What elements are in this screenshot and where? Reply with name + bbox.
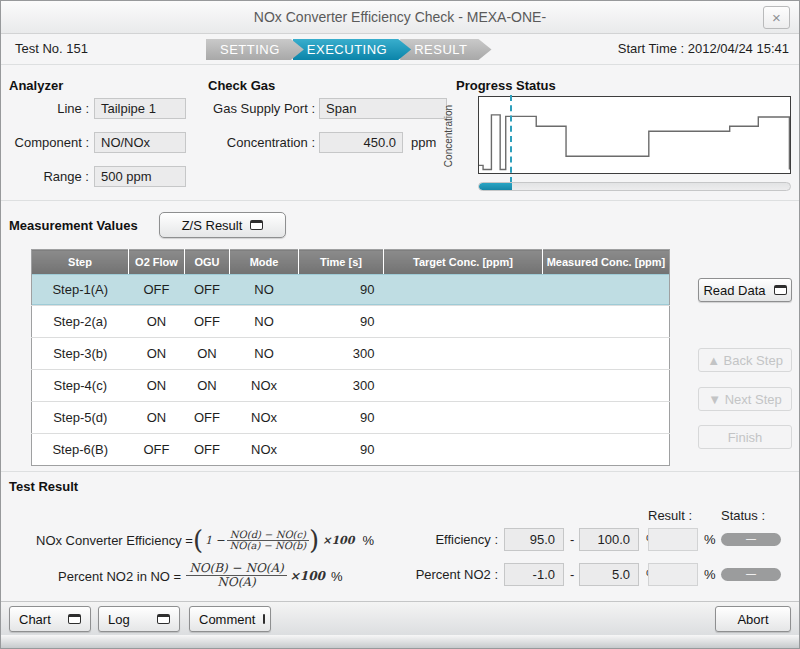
efficiency-min-field[interactable]: 95.0 xyxy=(504,528,564,551)
open-window-icon xyxy=(774,285,787,295)
range-label: Range : xyxy=(1,169,89,184)
component-label: Component : xyxy=(1,135,89,150)
tab-executing: EXECUTING xyxy=(293,39,411,60)
status-label: Status : xyxy=(721,508,769,523)
next-step-button[interactable]: ▼ Next Step xyxy=(698,387,792,411)
comment-button[interactable]: Comment xyxy=(189,606,271,632)
efficiency-result-field xyxy=(648,528,698,551)
efficiency-max-field[interactable]: 100.0 xyxy=(579,528,639,551)
table-header-row: Step O2 Flow OGU Mode Time [s] Target Co… xyxy=(32,250,670,274)
percent-no2-result-field xyxy=(648,563,698,586)
col-o2-flow: O2 Flow xyxy=(129,250,185,274)
analyzer-section-title: Analyzer xyxy=(9,78,63,93)
finish-button[interactable]: Finish xyxy=(698,425,792,449)
table-row[interactable]: Step-4(c)ON ONNOx 300 xyxy=(32,370,670,402)
open-window-icon xyxy=(157,614,170,624)
close-paren: ) xyxy=(309,525,319,555)
line-label: Line : xyxy=(1,101,89,116)
tab-result: RESULT xyxy=(400,39,491,60)
concentration-field: 450.0 xyxy=(319,132,403,153)
col-ogu: OGU xyxy=(185,250,230,274)
measurement-section-title: Measurement Values xyxy=(9,218,138,233)
percent-no2-status-badge: — xyxy=(721,568,781,581)
col-step: Step xyxy=(32,250,129,274)
concentration-profile-plot xyxy=(478,96,791,174)
log-button[interactable]: Log xyxy=(98,606,180,632)
percent-no2-limit-label: Percent NO2 : xyxy=(391,567,498,582)
back-step-button[interactable]: ▲ Back Step xyxy=(698,348,792,372)
table-row[interactable]: Step-6(B)OFF OFFNOx 90 xyxy=(32,434,670,466)
progress-chart: Concentration xyxy=(478,96,791,191)
table-row[interactable]: Step-5(d)ON OFFNOx 90 xyxy=(32,402,670,434)
gas-supply-port-label: Gas Supply Port : xyxy=(161,101,315,116)
percent-no2-formula: Percent NO2 in NO = NO(B) − NO(A) NO(A) … xyxy=(58,557,342,595)
progress-bar xyxy=(478,182,791,191)
efficiency-formula: NOx Converter Efficiency = ( 1 − NO(d) −… xyxy=(36,522,374,558)
close-icon: × xyxy=(772,9,781,26)
percent-no2-max-field[interactable]: 5.0 xyxy=(579,563,639,586)
table-row[interactable]: Step-1(A)OFF OFFNO 90 xyxy=(32,274,670,306)
title-bar: NOx Converter Efficiency Check - MEXA-ON… xyxy=(1,1,799,34)
window-bottom-edge xyxy=(1,635,799,649)
close-button[interactable]: × xyxy=(763,6,790,29)
current-position-cursor xyxy=(510,95,512,183)
profile-svg xyxy=(479,97,790,173)
open-window-icon xyxy=(263,614,265,624)
dialog-window: NOx Converter Efficiency Check - MEXA-ON… xyxy=(0,0,800,649)
gas-supply-port-field: Span xyxy=(319,98,447,119)
efficiency-status-badge: — xyxy=(721,533,781,546)
col-time: Time [s] xyxy=(299,250,384,274)
step-indicator: SETTING EXECUTING RESULT xyxy=(206,39,492,60)
start-time: Start Time : 2012/04/24 15:41 xyxy=(618,41,789,56)
test-number: Test No. 151 xyxy=(15,41,88,56)
read-data-button[interactable]: Read Data xyxy=(698,278,792,302)
efficiency-limit-label: Efficiency : xyxy=(391,532,498,547)
table-row[interactable]: Step-2(a)ON OFFNO 90 xyxy=(32,306,670,338)
concentration-label: Concentration : xyxy=(161,135,315,150)
measurement-table: Step O2 Flow OGU Mode Time [s] Target Co… xyxy=(31,249,670,466)
open-window-icon xyxy=(68,614,81,624)
zs-result-label: Z/S Result xyxy=(182,218,243,233)
concentration-unit: ppm xyxy=(411,135,436,150)
open-paren: ( xyxy=(193,525,203,555)
progress-section-title: Progress Status xyxy=(456,78,556,93)
open-window-icon xyxy=(250,220,263,230)
result-label: Result : xyxy=(648,508,694,523)
zs-result-selector-button[interactable]: Z/S Result xyxy=(159,212,286,238)
chart-y-axis-label: Concentration xyxy=(443,96,454,176)
col-target-conc: Target Conc. [ppm] xyxy=(384,250,543,274)
dialog-title: NOx Converter Efficiency Check - MEXA-ON… xyxy=(1,1,799,33)
col-mode: Mode xyxy=(230,250,299,274)
range-field: 500 ppm xyxy=(94,166,186,187)
chart-button[interactable]: Chart xyxy=(9,606,91,632)
percent-no2-min-field[interactable]: -1.0 xyxy=(504,563,564,586)
progress-bar-fill xyxy=(479,183,512,190)
check-gas-section-title: Check Gas xyxy=(208,78,275,93)
col-measured-conc: Measured Conc. [ppm] xyxy=(543,250,670,274)
test-result-section-title: Test Result xyxy=(9,479,78,494)
table-row[interactable]: Step-3(b)ON ONNO 300 xyxy=(32,338,670,370)
tab-setting: SETTING xyxy=(206,39,304,60)
abort-button[interactable]: Abort xyxy=(715,606,791,632)
